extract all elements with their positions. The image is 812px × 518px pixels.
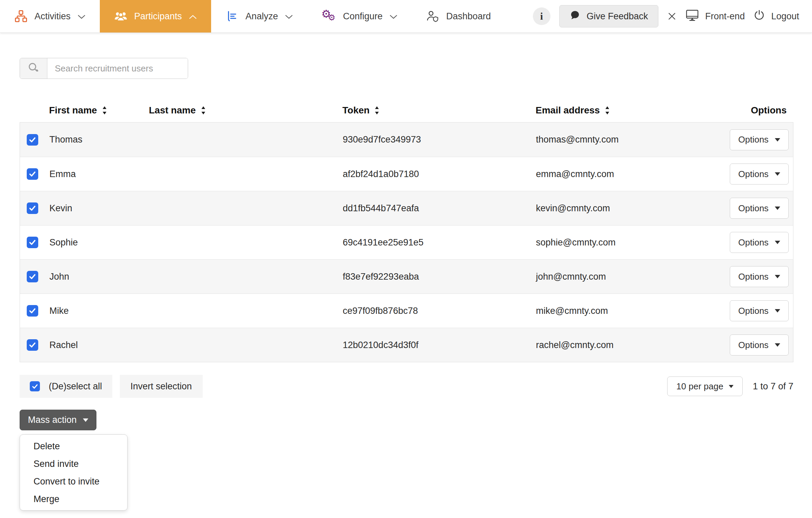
nav-tab-activities[interactable]: Activities bbox=[0, 0, 100, 33]
nav-tabs: Activities Participants bbox=[0, 0, 505, 33]
cell-email: sophie@cmnty.com bbox=[536, 237, 730, 248]
cell-token: ce97f09fb876bc78 bbox=[343, 306, 536, 316]
cell-first-name: Kevin bbox=[49, 203, 149, 214]
search-icon bbox=[27, 62, 40, 75]
nav-tab-dashboard[interactable]: Dashboard bbox=[412, 0, 505, 33]
row-checkbox[interactable] bbox=[27, 237, 38, 248]
caret-down-icon bbox=[775, 241, 780, 244]
sort-icon[interactable] bbox=[605, 106, 610, 115]
row-checkbox[interactable] bbox=[27, 168, 38, 180]
cell-email: mike@cmnty.com bbox=[536, 306, 730, 316]
nav-tab-configure[interactable]: ⚙⚙ Configure bbox=[307, 0, 412, 33]
row-options-button[interactable]: Options bbox=[730, 164, 789, 185]
nav-right-group: i Give Feedback Front-end bbox=[533, 0, 812, 33]
header-cell-first-name[interactable]: First name bbox=[49, 105, 149, 116]
chevron-down-icon bbox=[285, 11, 293, 22]
front-end-label: Front-end bbox=[705, 11, 745, 22]
logout-link[interactable]: Logout bbox=[753, 9, 799, 23]
row-options-button[interactable]: Options bbox=[730, 300, 789, 321]
options-button-label: Options bbox=[738, 237, 769, 248]
row-checkbox[interactable] bbox=[27, 271, 38, 282]
cell-token: af2bf24d1a0b7180 bbox=[343, 169, 536, 179]
table-row: Mike ce97f09fb876bc78 mike@cmnty.com Opt… bbox=[20, 294, 793, 328]
logout-label: Logout bbox=[771, 11, 799, 22]
users-icon bbox=[114, 9, 128, 23]
close-icon[interactable] bbox=[667, 12, 677, 21]
header-cell-token[interactable]: Token bbox=[342, 105, 536, 116]
table-row: John f83e7ef92293eaba john@cmnty.com Opt… bbox=[20, 259, 793, 294]
cell-first-name: John bbox=[49, 272, 149, 282]
header-cell-email[interactable]: Email address bbox=[536, 105, 729, 116]
deselect-all-checkbox[interactable] bbox=[30, 381, 40, 391]
cell-token: 930e9d7fce349973 bbox=[343, 134, 536, 145]
row-options-button[interactable]: Options bbox=[730, 334, 789, 355]
nav-tab-label: Analyze bbox=[246, 11, 278, 22]
cell-options: Options bbox=[730, 300, 795, 321]
cell-checkbox bbox=[20, 339, 49, 351]
search-addon[interactable] bbox=[20, 58, 47, 79]
caret-down-icon bbox=[775, 275, 780, 278]
cell-options: Options bbox=[730, 164, 795, 185]
chevron-down-icon bbox=[77, 11, 86, 22]
menu-item-merge[interactable]: Merge bbox=[20, 490, 127, 508]
top-navbar: Activities Participants bbox=[0, 0, 812, 33]
row-options-button[interactable]: Options bbox=[730, 232, 789, 253]
table-footer: (De)select all Invert selection 10 per p… bbox=[20, 375, 793, 398]
menu-item-send-invite[interactable]: Send invite bbox=[20, 455, 127, 473]
cell-token: f83e7ef92293eaba bbox=[343, 272, 536, 282]
header-cell-options: Options bbox=[729, 105, 793, 116]
cell-email: thomas@cmnty.com bbox=[536, 134, 730, 145]
nav-tab-analyze[interactable]: Analyze bbox=[211, 0, 307, 33]
options-button-label: Options bbox=[738, 203, 769, 214]
row-checkbox[interactable] bbox=[27, 202, 38, 214]
cell-checkbox bbox=[20, 168, 49, 180]
cell-email: john@cmnty.com bbox=[536, 272, 730, 282]
cell-first-name: Emma bbox=[49, 169, 149, 179]
row-checkbox[interactable] bbox=[27, 339, 38, 351]
cell-checkbox bbox=[20, 134, 49, 146]
nav-tab-participants[interactable]: Participants bbox=[100, 0, 211, 33]
row-options-button[interactable]: Options bbox=[730, 266, 789, 287]
deselect-all-control[interactable]: (De)select all bbox=[20, 375, 112, 398]
cell-first-name: Thomas bbox=[49, 134, 149, 145]
caret-down-icon bbox=[775, 138, 780, 142]
search-input[interactable] bbox=[47, 58, 188, 79]
table-row: Kevin dd1fb544b747eafa kevin@cmnty.com O… bbox=[20, 191, 793, 225]
cell-first-name: Rachel bbox=[49, 340, 149, 350]
menu-item-convert-to-invite[interactable]: Convert to invite bbox=[20, 473, 127, 490]
row-options-button[interactable]: Options bbox=[730, 198, 789, 219]
cell-options: Options bbox=[730, 266, 795, 287]
table-row: Rachel 12b0210dc34d3f0f rachel@cmnty.com… bbox=[20, 328, 793, 362]
caret-down-icon bbox=[775, 172, 780, 176]
sort-icon[interactable] bbox=[201, 106, 206, 115]
mass-action-button[interactable]: Mass action bbox=[20, 410, 96, 430]
per-page-dropdown[interactable]: 10 per page bbox=[667, 376, 743, 396]
caret-down-icon bbox=[729, 385, 734, 388]
pagination-range: 1 to 7 of 7 bbox=[753, 381, 793, 392]
invert-selection-button[interactable]: Invert selection bbox=[120, 375, 203, 398]
user-shield-icon bbox=[426, 9, 439, 23]
cell-options: Options bbox=[730, 232, 795, 253]
options-button-label: Options bbox=[738, 306, 769, 316]
give-feedback-button[interactable]: Give Feedback bbox=[559, 5, 659, 27]
caret-down-icon bbox=[83, 418, 88, 422]
menu-item-delete[interactable]: Delete bbox=[20, 437, 127, 455]
give-feedback-label: Give Feedback bbox=[587, 11, 648, 22]
cell-email: rachel@cmnty.com bbox=[536, 340, 730, 350]
row-checkbox[interactable] bbox=[27, 134, 38, 146]
speech-bubble-icon bbox=[570, 10, 580, 23]
sort-icon[interactable] bbox=[102, 106, 107, 115]
caret-down-icon bbox=[775, 343, 780, 347]
table-row: Emma af2bf24d1a0b7180 emma@cmnty.com Opt… bbox=[20, 157, 793, 191]
front-end-link[interactable]: Front-end bbox=[685, 9, 745, 24]
table-body: Thomas 930e9d7fce349973 thomas@cmnty.com… bbox=[20, 122, 793, 362]
sort-icon[interactable] bbox=[374, 106, 380, 115]
table-row: Thomas 930e9d7fce349973 thomas@cmnty.com… bbox=[20, 123, 793, 157]
monitor-icon bbox=[685, 9, 699, 24]
row-options-button[interactable]: Options bbox=[730, 129, 789, 150]
row-checkbox[interactable] bbox=[27, 305, 38, 317]
options-button-label: Options bbox=[738, 169, 769, 179]
header-cell-last-name[interactable]: Last name bbox=[149, 105, 342, 116]
info-button[interactable]: i bbox=[533, 7, 550, 25]
nav-tab-label: Configure bbox=[343, 11, 383, 22]
